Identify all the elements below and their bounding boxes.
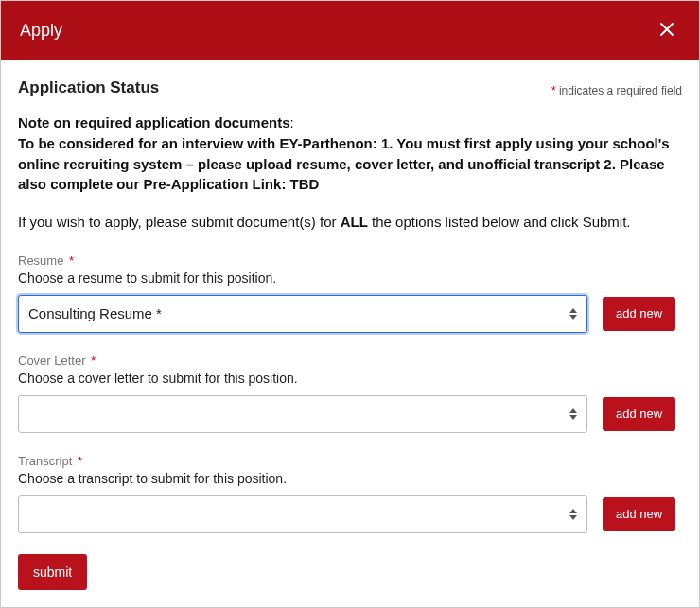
transcript-field: Transcript * Choose a transcript to subm…: [18, 454, 682, 533]
modal-title: Apply: [20, 21, 62, 41]
cover-letter-label: Cover Letter: [18, 354, 86, 368]
close-icon: [659, 20, 674, 41]
transcript-help: Choose a transcript to submit for this p…: [18, 471, 682, 486]
add-new-resume-button[interactable]: add new: [603, 297, 675, 331]
cover-letter-help: Choose a cover letter to submit for this…: [18, 371, 682, 386]
all-pre: If you wish to apply, please submit docu…: [18, 214, 341, 230]
resume-controls: Consulting Resume * add new: [18, 295, 682, 333]
transcript-label-row: Transcript *: [18, 454, 682, 468]
resume-select[interactable]: Consulting Resume *: [19, 296, 586, 332]
resume-label-row: Resume *: [18, 253, 682, 268]
asterisk-icon: *: [78, 454, 82, 468]
cover-letter-select[interactable]: [19, 396, 586, 432]
add-new-transcript-button[interactable]: add new: [603, 497, 675, 531]
application-note: Note on required application documents: …: [18, 113, 682, 195]
required-field-note-text: indicates a required field: [556, 84, 682, 97]
submit-row: submit: [18, 554, 682, 590]
status-row: Application Status * indicates a require…: [18, 78, 682, 97]
all-bold: ALL: [341, 214, 368, 230]
transcript-label: Transcript: [18, 454, 72, 468]
note-intro-punct: :: [290, 114, 294, 130]
add-new-cover-letter-button[interactable]: add new: [603, 397, 675, 431]
transcript-select[interactable]: [19, 496, 586, 532]
resume-select-wrap: Consulting Resume *: [18, 295, 587, 333]
asterisk-icon: *: [91, 354, 96, 368]
application-status-title: Application Status: [18, 78, 159, 97]
submit-button[interactable]: submit: [18, 554, 87, 590]
resume-field: Resume * Choose a resume to submit for t…: [18, 253, 682, 333]
all-options-note: If you wish to apply, please submit docu…: [18, 212, 682, 233]
cover-letter-label-row: Cover Letter *: [18, 354, 682, 368]
cover-letter-select-wrap: [18, 395, 587, 433]
transcript-select-wrap: [18, 495, 587, 533]
required-field-note: * indicates a required field: [551, 84, 682, 97]
resume-help: Choose a resume to submit for this posit…: [18, 270, 682, 286]
cover-letter-controls: add new: [18, 395, 682, 433]
note-body: To be considered for an interview with E…: [18, 135, 670, 193]
transcript-controls: add new: [18, 495, 682, 533]
modal-body: Application Status * indicates a require…: [1, 60, 699, 607]
close-button[interactable]: [654, 17, 680, 43]
asterisk-icon: *: [69, 253, 74, 268]
resume-label: Resume: [18, 253, 63, 268]
all-post: the options listed below and click Submi…: [368, 214, 631, 230]
cover-letter-field: Cover Letter * Choose a cover letter to …: [18, 354, 682, 433]
modal-header: Apply: [1, 1, 699, 60]
note-intro: Note on required application documents: [18, 114, 290, 130]
apply-modal: Apply Application Status * indicates a r…: [0, 0, 700, 608]
